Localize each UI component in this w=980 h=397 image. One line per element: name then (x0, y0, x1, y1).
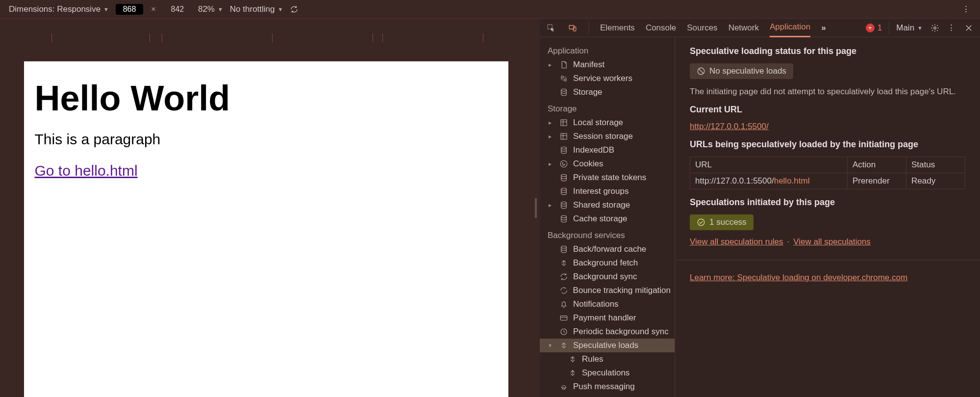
status-pill-label: No speculative loads (709, 66, 786, 76)
sidebar-item-service-workers[interactable]: ▸Service workers (540, 72, 675, 85)
sidebar-item-label: Speculations (582, 368, 629, 378)
sidebar-item-label: IndexedDB (573, 145, 614, 155)
sidebar-item-label: Storage (573, 87, 603, 97)
error-icon: + (864, 22, 876, 34)
current-url-link[interactable]: http://127.0.0.1:5500/ (690, 122, 769, 131)
sidebar-item-periodic-sync[interactable]: ▸Periodic background sync (540, 325, 675, 339)
throttling-value: No throttling (230, 4, 275, 14)
split-gutter[interactable] (532, 19, 540, 397)
device-toggle-icon[interactable] (567, 23, 578, 33)
svg-point-14 (561, 174, 567, 177)
sidebar-item-session-storage[interactable]: ▸Session storage (540, 130, 675, 143)
separator (589, 22, 589, 34)
sidebar-item-label: Periodic background sync (573, 327, 669, 337)
kebab-menu-icon[interactable]: ⋮ (947, 23, 956, 33)
page-paragraph: This is a paragraph (35, 131, 498, 148)
svg-point-6 (561, 89, 567, 91)
device-toolbar: Dimensions: Responsive ▼ 868 × 842 82% ▼… (0, 0, 980, 19)
zoom-value: 82% (198, 4, 215, 14)
sidebar-item-cookies[interactable]: ▸Cookies (540, 157, 675, 171)
page-link[interactable]: Go to hello.html (35, 162, 138, 179)
gear-icon[interactable] (930, 23, 940, 33)
width-input[interactable]: 868 (116, 4, 143, 15)
zoom-dropdown[interactable]: 82% ▼ (198, 4, 223, 14)
divider (675, 260, 980, 260)
sidebar-item-label: Private state tokens (573, 173, 646, 183)
section-background: Background services (540, 226, 675, 242)
dimensions-dropdown[interactable]: Dimensions: Responsive ▼ (9, 4, 109, 14)
sidebar-item-cache-storage[interactable]: ▸Cache storage (540, 212, 675, 226)
throttling-dropdown[interactable]: No throttling ▼ (230, 4, 283, 14)
speculative-urls-table: URL Action Status http://127.0.0.1:5500/… (690, 157, 965, 189)
ruler-horizontal (0, 33, 532, 44)
close-icon[interactable] (963, 23, 974, 33)
sidebar-item-label: Session storage (573, 132, 633, 141)
sidebar-item-label: Local storage (573, 118, 623, 128)
sidebar-item-label: Notifications (573, 299, 619, 309)
svg-point-22 (698, 219, 704, 226)
sidebar-item-indexeddb[interactable]: ▸IndexedDB (540, 143, 675, 157)
cell-action: Prerender (848, 173, 906, 189)
sidebar-item-rules[interactable]: ▸Rules (540, 352, 675, 366)
sidebar-item-shared-storage[interactable]: ▸Shared storage (540, 198, 675, 212)
heading-current-url: Current URL (690, 105, 965, 115)
more-tabs-icon[interactable]: » (821, 23, 826, 33)
table-row[interactable]: http://127.0.0.1:5500/hello.html Prerend… (690, 173, 965, 189)
error-badge[interactable]: + 1 (866, 23, 882, 33)
application-sidebar: Application ▸Manifest ▸Service workers ▸… (540, 37, 675, 397)
sidebar-item-label: Back/forward cache (573, 244, 646, 254)
success-pill: 1 success (690, 214, 754, 230)
rotate-icon[interactable] (290, 4, 299, 14)
tab-console[interactable]: Console (646, 23, 676, 37)
svg-point-10 (560, 160, 567, 167)
svg-point-17 (561, 215, 567, 218)
tab-sources[interactable]: Sources (687, 23, 717, 37)
sidebar-item-speculative-loads[interactable]: ▾Speculative loads (540, 339, 675, 352)
sidebar-item-local-storage[interactable]: ▸Local storage (540, 116, 675, 130)
height-input[interactable]: 842 (164, 4, 191, 15)
sidebar-item-bgfetch[interactable]: ▸Background fetch (540, 256, 675, 270)
cell-status: Ready (906, 173, 965, 189)
sidebar-item-bounce[interactable]: ▸Bounce tracking mitigation (540, 284, 675, 297)
sidebar-item-speculations[interactable]: ▸Speculations (540, 366, 675, 380)
check-circle-icon (697, 218, 705, 227)
chevron-down-icon: ▼ (218, 6, 223, 12)
sidebar-item-notifications[interactable]: ▸Notifications (540, 297, 675, 311)
dimensions-label: Dimensions: Responsive (9, 4, 101, 14)
sidebar-item-manifest[interactable]: ▸Manifest (540, 58, 675, 72)
inspect-icon[interactable] (546, 23, 556, 33)
devtools-panel: Elements Console Sources Network Applica… (540, 19, 980, 397)
sidebar-item-bfcache[interactable]: ▸Back/forward cache (540, 242, 675, 256)
sidebar-item-payment[interactable]: ▸Payment handler (540, 311, 675, 325)
target-dropdown[interactable]: Main ▼ (896, 23, 923, 33)
svg-point-18 (561, 246, 567, 248)
col-url: URL (690, 157, 848, 173)
sidebar-item-private-state[interactable]: ▸Private state tokens (540, 171, 675, 185)
svg-rect-7 (561, 120, 567, 126)
svg-point-13 (563, 165, 564, 166)
target-label: Main (896, 23, 914, 33)
sidebar-item-label: Push messaging (573, 382, 635, 392)
svg-point-12 (564, 164, 565, 165)
dimension-separator: × (150, 4, 157, 14)
tab-application[interactable]: Application (770, 22, 810, 37)
heading-urls-loaded: URLs being speculatively loaded by the i… (690, 139, 965, 150)
devtools-tabs: Elements Console Sources Network Applica… (540, 19, 980, 37)
link-view-rules[interactable]: View all speculation rules (690, 237, 783, 247)
link-learn-more[interactable]: Learn more: Speculative loading on devel… (690, 273, 907, 282)
sidebar-item-label: Interest groups (573, 186, 628, 196)
sidebar-item-storage[interactable]: ▸Storage (540, 85, 675, 99)
sidebar-item-bgsync[interactable]: ▸Background sync (540, 270, 675, 284)
kebab-menu-icon[interactable]: ⋮ (962, 4, 971, 14)
tab-network[interactable]: Network (729, 23, 759, 37)
sidebar-item-label: Bounce tracking mitigation (573, 286, 671, 295)
no-entry-icon (697, 67, 705, 76)
link-view-speculations[interactable]: View all speculations (793, 237, 871, 247)
sidebar-item-interest-groups[interactable]: ▸Interest groups (540, 185, 675, 198)
sidebar-item-push[interactable]: ▸Push messaging (540, 380, 675, 394)
cell-url: http://127.0.0.1:5500/hello.html (690, 173, 848, 189)
status-pill: No speculative loads (690, 63, 793, 79)
sidebar-item-label: Background sync (573, 272, 637, 282)
page-heading: Hello World (35, 78, 498, 118)
tab-elements[interactable]: Elements (600, 23, 635, 37)
